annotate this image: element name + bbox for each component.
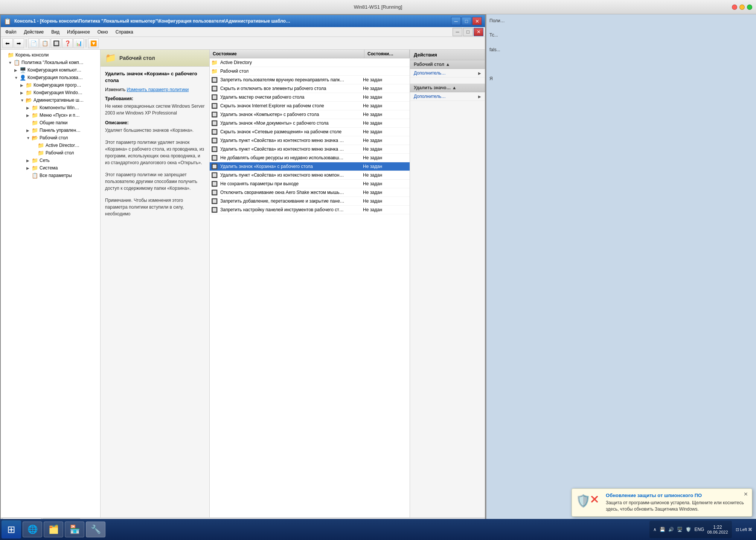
list-item-status: Не задан <box>363 198 408 204</box>
menu-help[interactable]: Справка <box>113 29 136 35</box>
list-item[interactable]: 🔲Не добавлять общие ресурсы из недавно и… <box>210 154 410 162</box>
list-item-name: Удалить значок «Мои документы» с рабочег… <box>220 121 363 126</box>
mmc-titlebar: 📋 Консоль1 - [Корень консоли\Политика "Л… <box>1 15 485 27</box>
mmc-restore-btn[interactable]: □ <box>462 17 471 25</box>
tree-item-prog-cfg[interactable]: ▶📁Конфигурация прогр… <box>1 81 100 89</box>
expand-icon: ▶ <box>20 91 25 95</box>
expand-icon: ▶ <box>20 83 25 87</box>
list-item[interactable]: 🔲Удалить значок «Мои документы» с рабоче… <box>210 119 410 128</box>
tray-volume[interactable]: 🔊 <box>668 527 674 532</box>
tree-item-win-cfg[interactable]: ▶📁Конфигурация Windo… <box>1 89 100 96</box>
col-header-name[interactable]: Состояние <box>210 50 364 58</box>
list-item-icon: 🔲 <box>211 77 218 83</box>
menu-file[interactable]: Файл <box>2 29 20 35</box>
list-item[interactable]: 🔲Скрыть значок Internet Explorer на рабо… <box>210 102 410 110</box>
list-item[interactable]: 🔲Не сохранять параметры при выходеНе зад… <box>210 180 410 188</box>
tree-item-user-cfg[interactable]: ▼👤Конфигурация пользова… <box>1 74 100 81</box>
tray-clock[interactable]: 1:22 08.06.2022 <box>707 525 728 534</box>
tray-security[interactable]: 🛡️ <box>686 527 691 532</box>
tree-item-control-panel[interactable]: ▶📁Панель управлен… <box>1 127 100 134</box>
list-item[interactable]: 🔲Удалить пункт «Свойства» из контекстног… <box>210 136 410 145</box>
list-item[interactable]: 🔲Запретить добавление, перетаскивание и … <box>210 197 410 206</box>
tree-folder-icon: 🖥️ <box>20 67 26 73</box>
list-item[interactable]: 🔲Удалить значок «Корзина» с рабочего сто… <box>210 162 410 171</box>
col-header-status[interactable]: Состояни… <box>364 50 410 58</box>
list-item-icon: 🔲 <box>211 94 218 100</box>
tree-folder-icon: 📋 <box>32 172 38 178</box>
taskbar-mmc-btn[interactable]: 🔧 <box>86 522 105 537</box>
action-desktop-more[interactable]: Дополнитель… ▶ <box>410 69 485 78</box>
list-item[interactable]: 🔲Удалить пункт «Свойства» из контекстног… <box>210 171 410 180</box>
taskbar-ie-btn[interactable]: 🌐 <box>23 522 42 537</box>
toolbar-btn4[interactable]: 🔲 <box>51 38 61 48</box>
taskbar-explorer-btn[interactable]: 🗂️ <box>44 522 63 537</box>
vm-close-btn[interactable] <box>732 5 737 10</box>
toolbar-help-btn[interactable]: ❓ <box>62 38 73 48</box>
list-item[interactable]: 🔲Запретить настройку панелей инструменто… <box>210 206 410 214</box>
desc-header-title: Рабочий стол <box>119 55 155 61</box>
tree-item-network[interactable]: ▶📁Сеть <box>1 157 100 164</box>
menu-close-btn[interactable]: ✕ <box>474 28 483 36</box>
list-item[interactable]: 🔲Удалить значок «Компьютер» с рабочего с… <box>210 110 410 119</box>
list-item[interactable]: 🔲Удалить мастер очистки рабочего столаНе… <box>210 93 410 102</box>
desc-change-prefix: Изменить <box>105 87 127 92</box>
tree-folder-icon: 📁 <box>32 127 38 133</box>
menu-view[interactable]: Вид <box>48 29 62 35</box>
tree-item-all-params[interactable]: 📋Все параметры <box>1 172 100 179</box>
toolbar-btn3[interactable]: 📋 <box>40 38 50 48</box>
list-item-status: Не задан <box>363 155 408 160</box>
tree-item-root[interactable]: 📁Корень консоли <box>1 51 100 59</box>
vm-min-btn[interactable] <box>739 5 745 10</box>
menu-favorites[interactable]: Избранное <box>64 29 93 35</box>
notif-close-btn[interactable]: ✕ <box>744 491 748 497</box>
mmc-close-btn[interactable]: ✕ <box>472 17 482 25</box>
tree-folder-icon: 📁 <box>26 82 32 88</box>
description-panel: 📁 Рабочий стол Удалить значок «Корзина» … <box>101 50 210 517</box>
list-item[interactable]: 🔲Скрыть значок «Сетевые размещения» на р… <box>210 128 410 136</box>
toolbar-forward-btn[interactable]: ➡ <box>14 38 24 48</box>
taskbar-store-btn[interactable]: 🏪 <box>65 522 84 537</box>
tree-item-shared[interactable]: 📁Общие папки <box>1 119 100 127</box>
list-item-name: Запретить добавление, перетаскивание и з… <box>220 198 363 204</box>
tree-item-start-menu[interactable]: ▶📁Меню «Пуск» и п… <box>1 111 100 119</box>
list-item-name: Удалить пункт «Свойства» из контекстного… <box>220 138 363 143</box>
list-item-status: Не задан <box>363 112 408 117</box>
list-item[interactable]: 🔲Скрыть и отключить все элементы рабочег… <box>210 84 410 93</box>
tree-item-active-dir[interactable]: 📁Active Director… <box>1 142 100 149</box>
tree-item-desktop[interactable]: ▼📂Рабочий стол <box>1 134 100 142</box>
list-item[interactable]: 🔲Запретить пользователям вручную перенап… <box>210 76 410 84</box>
menu-action[interactable]: Действие <box>21 29 47 35</box>
list-item-name: Запретить пользователям вручную перенапр… <box>220 77 363 82</box>
tree-item-system[interactable]: ▶📁Система <box>1 164 100 172</box>
menu-restore-btn[interactable]: □ <box>463 28 473 36</box>
tray-network[interactable]: 🖥️ <box>677 527 683 532</box>
show-desktop-btn[interactable]: ⊡ Left ⌘ <box>733 527 754 532</box>
notif-title[interactable]: Обновление защиты от шпионского ПО <box>606 493 748 498</box>
tree-item-comp-cfg[interactable]: ▶🖥️Конфигурация компьют… <box>1 66 100 74</box>
list-item-status: Не задан <box>363 86 408 91</box>
tree-item-admin-tmpl[interactable]: ▼📂Административные ш… <box>1 96 100 104</box>
tree-folder-icon: 📋 <box>14 59 20 66</box>
list-item[interactable]: 📁Рабочий стол <box>210 67 410 76</box>
toolbar-back-btn[interactable]: ⬅ <box>2 38 13 48</box>
tree-item-desktop2[interactable]: 📁Рабочий стол <box>1 149 100 157</box>
menu-window[interactable]: Окно <box>94 29 111 35</box>
vm-max-btn[interactable] <box>747 5 752 10</box>
toolbar-btn2[interactable]: 📄 <box>28 38 39 48</box>
start-button[interactable]: ⊞ <box>2 520 21 538</box>
toolbar-filter-btn[interactable]: 🔽 <box>88 38 99 48</box>
action-delete-more[interactable]: Дополнитель… ▶ <box>410 92 485 101</box>
toolbar-btn5[interactable]: 📊 <box>73 38 84 48</box>
tree-item-policy[interactable]: ▼📋Политика "Локальный комп… <box>1 59 100 66</box>
list-item[interactable]: 📁Active Directory <box>210 58 410 67</box>
list-item-name: Скрыть и отключить все элементы рабочего… <box>220 86 363 91</box>
desc-policy-link[interactable]: Изменить параметр политики <box>127 87 189 92</box>
menu-min-btn[interactable]: ─ <box>453 28 462 36</box>
list-item[interactable]: 🔲Отключить сворачивание окна Aero Shake … <box>210 188 410 197</box>
tray-lang[interactable]: ENG <box>694 527 704 532</box>
tray-chevron[interactable]: ∧ <box>653 527 657 532</box>
list-item[interactable]: 🔲Удалить пункт «Свойства» из контекстног… <box>210 145 410 154</box>
mmc-minimize-btn[interactable]: ─ <box>451 17 461 25</box>
tree-item-win-comp[interactable]: ▶📁Компоненты Win… <box>1 104 100 111</box>
list-item-icon: 🔲 <box>211 129 218 135</box>
